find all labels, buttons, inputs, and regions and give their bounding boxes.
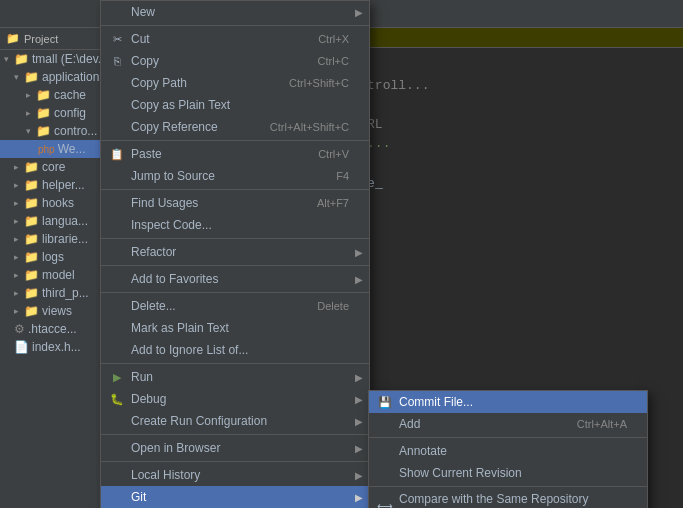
menu-arrow-refactor: ▶ xyxy=(355,247,363,258)
git-separator-1 xyxy=(369,437,647,438)
menu-icon-copy: ⎘ xyxy=(109,55,125,67)
menu-item-delete[interactable]: Delete... Delete xyxy=(101,295,369,317)
menu-label-new: New xyxy=(131,5,155,19)
menu-shortcut-delete: Delete xyxy=(317,300,349,312)
menu-label-cut: Cut xyxy=(131,32,150,46)
menu-shortcut-copy-path: Ctrl+Shift+C xyxy=(289,77,349,89)
tree-label-config: config xyxy=(54,106,86,120)
git-menu-label-annotate: Annotate xyxy=(399,444,447,458)
menu-icon-debug: 🐛 xyxy=(109,393,125,406)
menu-item-debug[interactable]: 🐛 Debug ▶ xyxy=(101,388,369,410)
menu-item-copy[interactable]: ⎘ Copy Ctrl+C xyxy=(101,50,369,72)
menu-item-local-history[interactable]: Local History ▶ xyxy=(101,464,369,486)
git-menu-shortcut-add: Ctrl+Alt+A xyxy=(577,418,627,430)
menu-item-new[interactable]: New ▶ xyxy=(101,1,369,23)
folder-icon-helper: 📁 xyxy=(24,178,39,192)
menu-item-favorites[interactable]: Add to Favorites ▶ xyxy=(101,268,369,290)
menu-arrow-create-run: ▶ xyxy=(355,416,363,427)
tree-arrow-cache: ▸ xyxy=(26,90,36,100)
menu-separator-9 xyxy=(101,461,369,462)
menu-item-jump[interactable]: Jump to Source F4 xyxy=(101,165,369,187)
menu-separator-7 xyxy=(101,363,369,364)
menu-item-mark-plain[interactable]: Mark as Plain Text xyxy=(101,317,369,339)
tree-arrow-langua: ▸ xyxy=(14,216,24,226)
menu-separator-4 xyxy=(101,238,369,239)
folder-icon-cache: 📁 xyxy=(36,88,51,102)
menu-item-refactor[interactable]: Refactor ▶ xyxy=(101,241,369,263)
menu-item-add-ignore[interactable]: Add to Ignore List of... xyxy=(101,339,369,361)
menu-arrow-git: ▶ xyxy=(355,492,363,503)
php-icon-welcome: php xyxy=(38,144,55,155)
tree-arrow-helper: ▸ xyxy=(14,180,24,190)
tree-label-cache: cache xyxy=(54,88,86,102)
menu-label-delete: Delete... xyxy=(131,299,176,313)
menu-item-run[interactable]: ▶ Run ▶ xyxy=(101,366,369,388)
tree-arrow-contro: ▾ xyxy=(26,126,36,136)
menu-arrow-local-history: ▶ xyxy=(355,470,363,481)
menu-label-copy-plain: Copy as Plain Text xyxy=(131,98,230,112)
tree-arrow-model: ▸ xyxy=(14,270,24,280)
git-menu-item-commit[interactable]: 💾 Commit File... xyxy=(369,391,647,413)
menu-shortcut-paste: Ctrl+V xyxy=(318,148,349,160)
folder-icon-hooks: 📁 xyxy=(24,196,39,210)
folder-icon-model: 📁 xyxy=(24,268,39,282)
menu-label-refactor: Refactor xyxy=(131,245,176,259)
git-menu-item-show-revision[interactable]: Show Current Revision xyxy=(369,462,647,484)
menu-label-mark-plain: Mark as Plain Text xyxy=(131,321,229,335)
menu-item-inspect[interactable]: Inspect Code... xyxy=(101,214,369,236)
menu-arrow-open-browser: ▶ xyxy=(355,443,363,454)
folder-icon-config: 📁 xyxy=(36,106,51,120)
tree-label-helper: helper... xyxy=(42,178,85,192)
folder-icon-views: 📁 xyxy=(24,304,39,318)
menu-item-git[interactable]: Git ▶ xyxy=(101,486,369,508)
menu-item-paste[interactable]: 📋 Paste Ctrl+V xyxy=(101,143,369,165)
tree-arrow-logs: ▸ xyxy=(14,252,24,262)
menu-label-find: Find Usages xyxy=(131,196,198,210)
menu-item-find[interactable]: Find Usages Alt+F7 xyxy=(101,192,369,214)
menu-label-copy: Copy xyxy=(131,54,159,68)
menu-label-favorites: Add to Favorites xyxy=(131,272,218,286)
menu-separator-1 xyxy=(101,25,369,26)
git-submenu: 💾 Commit File... Add Ctrl+Alt+A Annotate… xyxy=(368,390,648,508)
menu-separator-6 xyxy=(101,292,369,293)
tree-label-views: views xyxy=(42,304,72,318)
tree-label-indexh: index.h... xyxy=(32,340,81,354)
menu-label-copy-path: Copy Path xyxy=(131,76,187,90)
menu-separator-5 xyxy=(101,265,369,266)
menu-item-create-run[interactable]: Create Run Configuration ▶ xyxy=(101,410,369,432)
tree-arrow-third: ▸ xyxy=(14,288,24,298)
menu-separator-3 xyxy=(101,189,369,190)
file-icon-indexh: 📄 xyxy=(14,340,29,354)
menu-label-run: Run xyxy=(131,370,153,384)
git-separator-2 xyxy=(369,486,647,487)
menu-arrow-favorites: ▶ xyxy=(355,274,363,285)
menu-item-open-browser[interactable]: Open in Browser ▶ xyxy=(101,437,369,459)
tree-label-application: application xyxy=(42,70,99,84)
menu-label-git: Git xyxy=(131,490,146,504)
menu-label-local-history: Local History xyxy=(131,468,200,482)
git-menu-icon-commit: 💾 xyxy=(377,396,393,409)
menu-shortcut-copy: Ctrl+C xyxy=(318,55,349,67)
git-menu-label-add: Add xyxy=(399,417,420,431)
tree-label-hooks: hooks xyxy=(42,196,74,210)
menu-item-cut[interactable]: ✂ Cut Ctrl+X xyxy=(101,28,369,50)
menu-shortcut-jump: F4 xyxy=(336,170,349,182)
menu-shortcut-find: Alt+F7 xyxy=(317,197,349,209)
menu-item-copy-path[interactable]: Copy Path Ctrl+Shift+C xyxy=(101,72,369,94)
git-menu-item-add[interactable]: Add Ctrl+Alt+A xyxy=(369,413,647,435)
tree-arrow-tmall: ▾ xyxy=(4,54,14,64)
git-menu-item-annotate[interactable]: Annotate xyxy=(369,440,647,462)
folder-icon-logs: 📁 xyxy=(24,250,39,264)
menu-label-inspect: Inspect Code... xyxy=(131,218,212,232)
folder-icon-librarie: 📁 xyxy=(24,232,39,246)
menu-separator-8 xyxy=(101,434,369,435)
git-menu-label-show-revision: Show Current Revision xyxy=(399,466,522,480)
git-menu-item-compare-same[interactable]: ⟷ Compare with the Same Repository Versi… xyxy=(369,489,647,508)
menu-icon-cut: ✂ xyxy=(109,33,125,46)
menu-label-debug: Debug xyxy=(131,392,166,406)
menu-label-copy-ref: Copy Reference xyxy=(131,120,218,134)
menu-item-copy-plain[interactable]: Copy as Plain Text xyxy=(101,94,369,116)
menu-item-copy-ref[interactable]: Copy Reference Ctrl+Alt+Shift+C xyxy=(101,116,369,138)
menu-arrow-debug: ▶ xyxy=(355,394,363,405)
tree-label-tmall: tmall (E:\dev... xyxy=(32,52,108,66)
